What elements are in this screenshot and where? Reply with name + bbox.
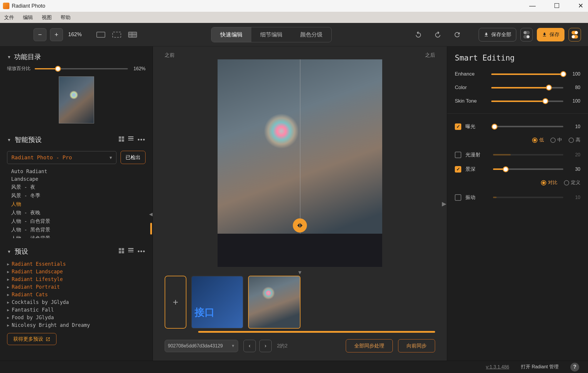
catalog-header[interactable]: ▼ 功能目录: [7, 52, 146, 61]
preset-group-item[interactable]: ▶Radiant Landscape: [7, 268, 146, 275]
preset-dropdown[interactable]: Radiant Photo - Pro ▼: [7, 151, 116, 164]
undo-icon[interactable]: [415, 31, 422, 39]
depth-slider[interactable]: [493, 168, 563, 170]
skin-slider[interactable]: [491, 101, 563, 102]
enhance-slider[interactable]: [491, 73, 563, 75]
tab-color-grade[interactable]: 颜色分级: [291, 27, 331, 42]
filmstrip-scrollbar[interactable]: [198, 331, 435, 333]
smart-preset-item[interactable]: 人物 - 浅色背景: [7, 234, 146, 238]
more-dots-icon[interactable]: •••: [138, 136, 146, 143]
thumbnail-2[interactable]: [248, 276, 300, 329]
main-preview-image[interactable]: [218, 59, 382, 267]
zoom-in-button[interactable]: +: [50, 28, 63, 41]
grid-view-icon[interactable]: [119, 248, 124, 253]
depth-checkbox[interactable]: [455, 166, 461, 173]
sync-all-button[interactable]: 全部同步处理: [346, 339, 393, 352]
list-view-icon[interactable]: [128, 248, 133, 252]
save-all-button[interactable]: 保存全部: [479, 28, 516, 41]
preset-group-item[interactable]: ▶Radiant Lifestyle: [7, 275, 146, 283]
view-single-icon[interactable]: [96, 32, 105, 38]
smart-preset-item[interactable]: 风景 - 冬季: [7, 191, 146, 200]
help-icon[interactable]: ?: [570, 363, 579, 372]
open-manage-link[interactable]: 打开 Radiant 管理: [521, 364, 559, 370]
exposure-mid-radio[interactable]: 中: [550, 137, 562, 143]
collapse-left-icon[interactable]: ◀: [148, 205, 153, 223]
vibrate-checkbox[interactable]: [455, 194, 461, 201]
menu-edit[interactable]: 编辑: [21, 13, 35, 22]
edit-mode-tabs: 快速编辑 细节编辑 颜色分级: [211, 27, 332, 42]
smart-preset-item[interactable]: Auto Radiant: [7, 168, 146, 175]
color-slider[interactable]: [491, 87, 563, 88]
menu-view[interactable]: 视图: [39, 13, 54, 22]
preset-group-item[interactable]: ▶Radiant Essentials: [7, 260, 146, 268]
view-grid-icon[interactable]: [128, 32, 137, 38]
depth-define-radio[interactable]: 定义: [564, 180, 580, 186]
preset-group-item[interactable]: ▶Food by JGlyda: [7, 314, 146, 321]
reset-icon[interactable]: [453, 31, 461, 39]
more-dots-icon[interactable]: •••: [138, 248, 146, 255]
more-presets-button[interactable]: 获得更多预设: [7, 333, 56, 345]
depth-compare-radio[interactable]: 对比: [541, 180, 557, 186]
split-slider-handle[interactable]: [293, 218, 307, 233]
smart-preset-item[interactable]: 人物 - 白色背景: [7, 217, 146, 225]
preset-group-label: Cocktails by JGlyda: [12, 299, 69, 305]
exposure-value: 10: [567, 124, 580, 129]
preset-group-item[interactable]: ▶Fantastic Fall: [7, 306, 146, 314]
left-panel: ▼ 功能目录 缩放百分比 162% ▼ 智能预设 ••• Radiant Pho…: [0, 46, 153, 361]
smart-preset-item[interactable]: 人物 - 夜晚: [7, 208, 146, 217]
tab-detail-edit[interactable]: 细节编辑: [251, 27, 291, 42]
menu-file[interactable]: 文件: [2, 13, 16, 22]
expand-right-icon[interactable]: ▶: [441, 197, 447, 210]
smart-preset-item[interactable]: Landscape: [7, 175, 146, 183]
exposure-high-radio[interactable]: 高: [569, 137, 580, 143]
skin-label: Skin Tone: [455, 98, 487, 104]
smart-preset-item[interactable]: 风景 - 夜: [7, 183, 146, 191]
exposure-low-radio[interactable]: 低: [532, 137, 544, 143]
chevron-down-icon[interactable]: ▼: [165, 270, 435, 276]
smart-presets-title: 智能预设: [15, 135, 42, 144]
tab-quick-edit[interactable]: 快速编辑: [211, 27, 251, 42]
chevron-down-icon: ▼: [231, 344, 235, 348]
presets-header[interactable]: ▼ 预设 •••: [7, 247, 146, 256]
preset-group-item[interactable]: ▶Cocktails by JGlyda: [7, 298, 146, 306]
smart-preset-item[interactable]: 人物: [7, 200, 146, 208]
smart-preset-item[interactable]: 人物 - 黑色背景: [7, 225, 146, 234]
list-view-icon[interactable]: [128, 136, 133, 140]
menu-help[interactable]: 帮助: [58, 13, 73, 22]
vibrate-slider[interactable]: [493, 197, 563, 198]
navigator-thumbnail[interactable]: [59, 76, 94, 123]
preset-group-label: Radiant Essentials: [12, 261, 66, 267]
detected-button[interactable]: 已检出: [121, 151, 146, 164]
exposure-slider[interactable]: [493, 126, 563, 127]
diffusion-checkbox[interactable]: [455, 152, 461, 158]
next-image-button[interactable]: ›: [259, 340, 272, 352]
smart-presets-header[interactable]: ▼ 智能预设 •••: [7, 135, 146, 144]
scrollbar-thumb[interactable]: [150, 223, 152, 235]
sync-forward-button[interactable]: 向前同步: [398, 339, 435, 352]
preset-group-item[interactable]: ▶Radiant Cats: [7, 291, 146, 298]
prev-image-button[interactable]: ‹: [243, 340, 256, 352]
maximize-icon[interactable]: ☐: [552, 2, 562, 10]
close-icon[interactable]: ✕: [576, 2, 585, 10]
preset-group-label: Radiant Lifestyle: [12, 276, 63, 282]
minimize-icon[interactable]: —: [527, 2, 537, 10]
view-split-icon[interactable]: [112, 32, 121, 38]
zoom-slider[interactable]: [35, 68, 128, 69]
exposure-checkbox[interactable]: [455, 123, 461, 130]
preset-group-item[interactable]: ▶Nicolesy Bright and Dreamy: [7, 321, 146, 329]
thumbnail-1[interactable]: [191, 276, 243, 329]
preset-dropdown-value: Radiant Photo - Pro: [11, 154, 72, 160]
file-dropdown[interactable]: 902708e5dd67d3da43129 ▼: [165, 340, 238, 352]
diffusion-slider[interactable]: [493, 154, 563, 155]
version-label[interactable]: v:1.3.1.486: [486, 364, 509, 370]
save-toggle[interactable]: [569, 28, 581, 41]
grid-view-icon[interactable]: [119, 136, 124, 142]
preset-group-item[interactable]: ▶Radiant Portrait: [7, 283, 146, 291]
zoom-out-button[interactable]: −: [34, 28, 46, 41]
enhance-label: Enhance: [455, 71, 487, 77]
file-dropdown-value: 902708e5dd67d3da43129: [168, 343, 223, 349]
save-all-toggle[interactable]: [520, 28, 533, 41]
add-image-button[interactable]: +: [165, 276, 186, 329]
redo-icon[interactable]: [434, 31, 442, 39]
save-button[interactable]: 保存: [537, 28, 564, 41]
